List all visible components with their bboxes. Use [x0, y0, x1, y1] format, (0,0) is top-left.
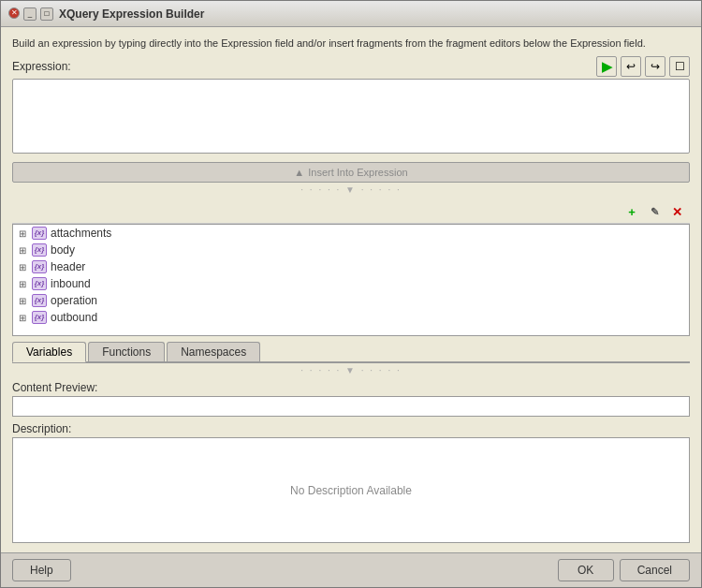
expander-icon: ⊞ [17, 279, 28, 289]
tree-item[interactable]: ⊞ {x} outbound [13, 309, 689, 326]
close-button[interactable]: ✕ [8, 7, 20, 19]
tab-variables[interactable]: Variables [12, 342, 86, 362]
expander-icon: ⊞ [17, 245, 28, 256]
tree-item-label: operation [51, 294, 97, 307]
description-box: No Description Available [12, 437, 690, 543]
window-controls: ✕ _ □ [8, 7, 53, 21]
insert-icon: ▲ [294, 167, 304, 178]
content-preview-label: Content Preview: [12, 381, 690, 394]
tree-edit-button[interactable]: ✎ [645, 202, 664, 221]
tree-delete-button[interactable]: ✕ [667, 202, 686, 221]
description-label: Description: [12, 422, 690, 435]
expander-icon: ⊞ [17, 313, 28, 323]
divider-top: · · · · · ▼ · · · · · [12, 184, 690, 195]
minimize-button[interactable]: _ [23, 7, 37, 21]
expression-label: Expression: [12, 60, 71, 73]
expander-icon: ⊞ [17, 296, 28, 306]
tree-item-label: attachments [51, 227, 111, 240]
help-button[interactable]: Help [12, 559, 71, 581]
tree-panel[interactable]: ⊞ {x} attachments ⊞ {x} body ⊞ {x} heade… [12, 224, 690, 336]
tree-item-label: body [51, 243, 75, 257]
tree-item[interactable]: ⊞ {x} inbound [13, 275, 689, 292]
tabs-row: Variables Functions Namespaces [12, 342, 690, 362]
content-preview-section: Content Preview: [12, 381, 690, 417]
bottom-bar: Help OK Cancel [1, 552, 701, 587]
ok-cancel-group: OK Cancel [558, 559, 690, 581]
tree-item[interactable]: ⊞ {x} attachments [13, 225, 689, 242]
expander-icon: ⊞ [17, 228, 28, 239]
no-description-text: No Description Available [290, 484, 412, 497]
run-button[interactable]: ▶ [596, 56, 617, 77]
tree-item-label: outbound [51, 311, 97, 324]
tree-item-label: header [51, 260, 85, 273]
maximize-button[interactable]: □ [40, 7, 53, 21]
tree-item-label: inbound [51, 277, 91, 290]
node-icon: {x} [32, 311, 47, 324]
node-icon: {x} [32, 294, 47, 307]
tree-section: + ✎ ✕ ⊞ {x} attachments ⊞ {x} body ⊞ {x} [12, 200, 690, 336]
content-preview-field [12, 396, 690, 417]
node-icon: {x} [32, 277, 47, 290]
tabs-section: Variables Functions Namespaces · · · · ·… [12, 342, 690, 375]
node-icon: {x} [32, 227, 47, 240]
insert-button[interactable]: ▲ Insert Into Expression [12, 162, 690, 183]
expression-section: Expression: ▶ ↩ ↪ ☐ [12, 56, 690, 156]
insert-label: Insert Into Expression [308, 167, 407, 178]
tree-item[interactable]: ⊞ {x} operation [13, 292, 689, 309]
cancel-button[interactable]: Cancel [620, 559, 690, 581]
xquery-expression-builder-window: ✕ _ □ XQuery Expression Builder Build an… [0, 0, 702, 588]
expression-input[interactable] [12, 79, 690, 154]
expander-icon: ⊞ [17, 262, 28, 272]
window-title: XQuery Expression Builder [59, 7, 204, 21]
title-bar: ✕ _ □ XQuery Expression Builder [1, 1, 701, 27]
undo-button[interactable]: ↩ [621, 56, 641, 77]
tree-add-button[interactable]: + [622, 202, 641, 221]
description-text: Build an expression by typing directly i… [12, 37, 690, 51]
tab-functions[interactable]: Functions [88, 342, 165, 361]
ok-button[interactable]: OK [558, 559, 614, 581]
clear-button[interactable]: ☐ [669, 56, 690, 77]
tree-item[interactable]: ⊞ {x} header [13, 258, 689, 275]
main-content: Build an expression by typing directly i… [1, 27, 701, 552]
expression-header: Expression: ▶ ↩ ↪ ☐ [12, 56, 690, 79]
expression-toolbar: ▶ ↩ ↪ ☐ [596, 56, 690, 77]
tab-namespaces[interactable]: Namespaces [167, 342, 260, 361]
node-icon: {x} [32, 260, 47, 273]
insert-area: ▲ Insert Into Expression · · · · · ▼ · ·… [12, 162, 690, 195]
node-icon: {x} [32, 243, 47, 257]
tree-toolbar: + ✎ ✕ [12, 200, 690, 224]
description-section: Description: No Description Available [12, 422, 690, 543]
tree-item[interactable]: ⊞ {x} body [13, 242, 689, 258]
divider-bottom: · · · · · ▼ · · · · · [12, 362, 690, 375]
redo-button[interactable]: ↪ [645, 56, 665, 77]
